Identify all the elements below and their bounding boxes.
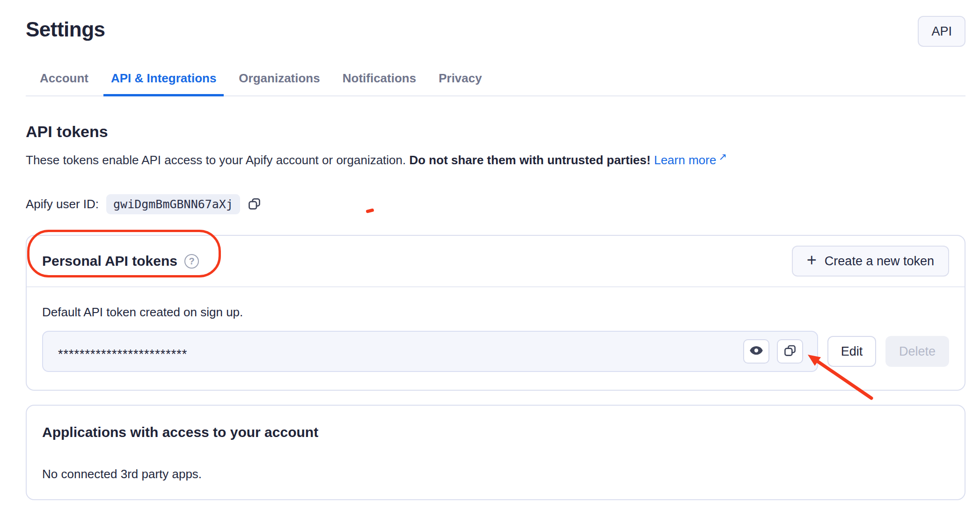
- user-id-label: Apify user ID:: [26, 197, 99, 211]
- copy-token-button[interactable]: [777, 339, 803, 364]
- page-title: Settings: [26, 16, 105, 43]
- tab-api-integrations[interactable]: API & Integrations: [103, 69, 224, 96]
- default-token-note: Default API token created on sign up.: [42, 305, 949, 320]
- settings-tabs: Account API & Integrations Organizations…: [26, 69, 965, 96]
- edit-token-button[interactable]: Edit: [827, 336, 876, 367]
- tab-privacy[interactable]: Privacy: [431, 69, 490, 96]
- personal-tokens-heading-text: Personal API tokens: [42, 253, 177, 269]
- tab-account[interactable]: Account: [32, 69, 96, 96]
- eye-icon: [749, 343, 764, 360]
- personal-tokens-card: Personal API tokens ? + Create a new tok…: [26, 235, 965, 391]
- applications-empty-text: No connected 3rd party apps.: [42, 467, 949, 481]
- copy-user-id-button[interactable]: [247, 197, 262, 212]
- create-token-button[interactable]: + Create a new token: [792, 246, 949, 277]
- personal-tokens-card-body: Default API token created on sign up.: [27, 287, 965, 390]
- delete-token-button[interactable]: Delete: [885, 336, 949, 367]
- personal-tokens-heading: Personal API tokens ?: [42, 253, 199, 269]
- tab-notifications[interactable]: Notifications: [335, 69, 424, 96]
- personal-tokens-card-header: Personal API tokens ? + Create a new tok…: [27, 236, 965, 287]
- tab-organizations[interactable]: Organizations: [231, 69, 327, 96]
- user-id-row: Apify user ID: gwiDgmBmGBNN67aXj: [26, 194, 965, 214]
- show-token-button[interactable]: [743, 339, 769, 364]
- token-masked-input[interactable]: [57, 341, 733, 362]
- plus-icon: +: [807, 252, 817, 269]
- help-icon[interactable]: ?: [184, 254, 199, 269]
- description-warning-text: Do not share them with untrusted parties…: [409, 153, 651, 167]
- applications-heading: Applications with access to your account: [42, 424, 949, 440]
- external-link-icon: ↗: [718, 151, 727, 162]
- api-tokens-heading: API tokens: [26, 123, 965, 141]
- applications-card: Applications with access to your account…: [26, 405, 965, 500]
- description-text: These tokens enable API access to your A…: [26, 153, 409, 167]
- user-id-value: gwiDgmBmGBNN67aXj: [106, 194, 240, 214]
- learn-more-link[interactable]: Learn more: [654, 153, 716, 167]
- settings-page: Settings API Account API & Integrations …: [0, 0, 980, 500]
- copy-icon: [247, 197, 262, 212]
- copy-icon: [783, 343, 797, 359]
- token-row: Edit Delete: [42, 331, 949, 372]
- create-token-label: Create a new token: [825, 254, 934, 269]
- api-badge-button[interactable]: API: [918, 16, 965, 47]
- page-header: Settings API: [26, 16, 965, 47]
- api-tokens-description: These tokens enable API access to your A…: [26, 148, 965, 168]
- token-field: [42, 331, 818, 372]
